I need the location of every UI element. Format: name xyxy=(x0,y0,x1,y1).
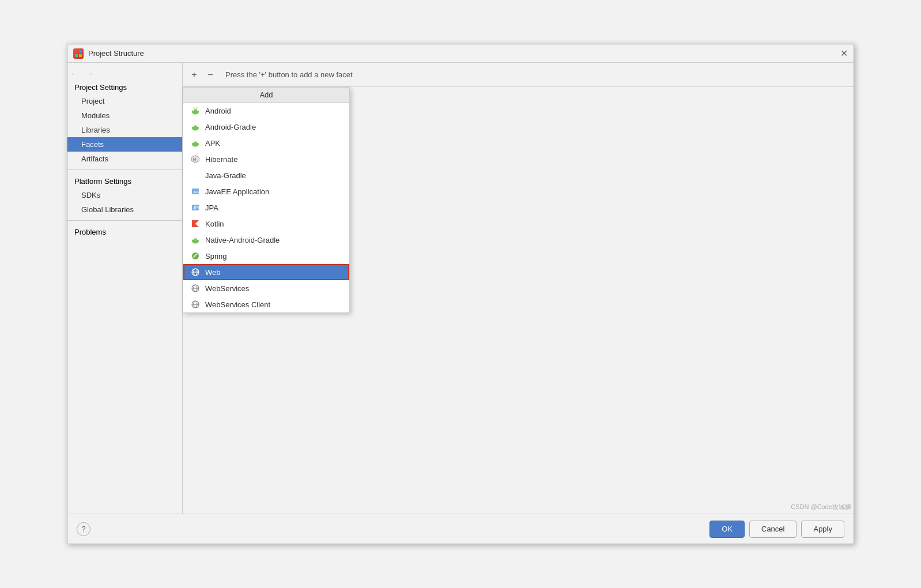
jpa-icon: JPA xyxy=(190,202,201,213)
svg-point-25 xyxy=(197,239,198,240)
sidebar-item-global-libraries[interactable]: Global Libraries xyxy=(67,202,182,217)
sidebar-item-libraries[interactable]: Libraries xyxy=(67,123,182,137)
project-settings-label: Project Settings xyxy=(67,80,182,94)
dropdown-item-jpa[interactable]: JPA JPA xyxy=(183,199,349,216)
svg-point-11 xyxy=(197,126,198,127)
spring-icon xyxy=(190,251,201,261)
dropdown-header: Add xyxy=(183,88,349,103)
apply-button[interactable]: Apply xyxy=(801,521,844,538)
platform-settings-label: Platform Settings xyxy=(67,174,182,188)
toolbar: + − Press the '+' button to add a new fa… xyxy=(183,63,854,87)
bottom-left: ? xyxy=(77,522,90,536)
bottom-bar: ? OK Cancel Apply xyxy=(67,514,854,544)
svg-point-14 xyxy=(197,142,198,143)
problems-label: Problems xyxy=(67,224,182,239)
sidebar: ← → Project Settings Project Modules Lib… xyxy=(67,63,183,514)
svg-point-6 xyxy=(197,110,198,111)
bottom-right: OK Cancel Apply xyxy=(709,521,844,538)
svg-point-13 xyxy=(193,142,194,143)
dropdown-item-native-android-gradle[interactable]: Native-Android-Gradle xyxy=(183,232,349,248)
svg-rect-1 xyxy=(79,50,82,53)
add-facet-button[interactable]: + xyxy=(187,68,201,82)
svg-marker-22 xyxy=(192,220,199,227)
svg-point-26 xyxy=(192,252,199,259)
dropdown-item-spring[interactable]: Spring xyxy=(183,248,349,264)
main-area: + − Press the '+' button to add a new fa… xyxy=(183,63,854,514)
svg-rect-2 xyxy=(75,54,78,57)
svg-rect-7 xyxy=(194,107,195,109)
kotlin-icon xyxy=(190,218,201,229)
dropdown-item-java-gradle[interactable]: Java-Gradle xyxy=(183,167,349,183)
svg-rect-8 xyxy=(196,107,197,109)
svg-text:JPA: JPA xyxy=(193,206,200,210)
app-icon xyxy=(73,48,84,59)
title-bar-left: Project Structure xyxy=(73,48,144,59)
dropdown-item-web[interactable]: Web xyxy=(183,264,349,280)
close-button[interactable]: ✕ xyxy=(840,50,848,58)
dropdown-item-webservices[interactable]: WebServices xyxy=(183,280,349,296)
svg-rect-0 xyxy=(75,50,78,53)
web-icon xyxy=(190,267,201,277)
webservices-client-icon xyxy=(190,299,201,310)
help-button[interactable]: ? xyxy=(77,522,90,536)
dropdown-item-javaee[interactable]: JEE JavaEE Application xyxy=(183,183,349,199)
watermark: CSDN @Code攻城狮 xyxy=(791,503,851,511)
project-structure-window: Project Structure ✕ ← → Project Settings… xyxy=(67,44,854,544)
back-arrow[interactable]: ← xyxy=(67,67,81,80)
native-android-icon xyxy=(190,235,201,245)
sidebar-item-facets[interactable]: Facets xyxy=(67,137,182,152)
sidebar-item-modules[interactable]: Modules xyxy=(67,108,182,123)
dropdown-item-android[interactable]: Android xyxy=(183,103,349,119)
window-title: Project Structure xyxy=(88,49,144,58)
java-gradle-icon xyxy=(190,170,201,180)
javaee-icon: JEE xyxy=(190,186,201,197)
dropdown-item-hibernate[interactable]: H Hibernate xyxy=(183,151,349,167)
remove-facet-button[interactable]: − xyxy=(203,68,217,82)
svg-text:JEE: JEE xyxy=(193,190,199,194)
dropdown-item-kotlin[interactable]: Kotlin xyxy=(183,216,349,232)
hibernate-icon: H xyxy=(190,154,201,164)
svg-rect-3 xyxy=(79,54,82,57)
webservices-icon xyxy=(190,283,201,293)
android-gradle-icon xyxy=(190,122,201,132)
content-area: ← → Project Settings Project Modules Lib… xyxy=(67,63,854,514)
dropdown-item-webservices-client[interactable]: WebServices Client xyxy=(183,296,349,312)
facets-content: Add Android Android-Gradle xyxy=(183,87,854,514)
android-icon xyxy=(190,105,201,116)
title-bar: Project Structure ✕ xyxy=(67,44,854,63)
cancel-button[interactable]: Cancel xyxy=(749,521,797,538)
add-facet-dropdown: Add Android Android-Gradle xyxy=(183,87,350,313)
toolbar-hint: Press the '+' button to add a new facet xyxy=(225,70,353,79)
ok-button[interactable]: OK xyxy=(709,521,745,538)
svg-point-10 xyxy=(193,126,194,127)
sidebar-item-sdks[interactable]: SDKs xyxy=(67,188,182,202)
sidebar-divider-2 xyxy=(67,220,182,221)
dropdown-item-apk[interactable]: APK xyxy=(183,135,349,151)
apk-icon xyxy=(190,138,201,148)
sidebar-item-project[interactable]: Project xyxy=(67,94,182,108)
forward-arrow[interactable]: → xyxy=(83,67,96,80)
sidebar-divider xyxy=(67,169,182,170)
svg-text:H: H xyxy=(193,157,196,161)
svg-point-24 xyxy=(193,239,194,240)
dropdown-item-android-gradle[interactable]: Android-Gradle xyxy=(183,119,349,135)
nav-arrows: ← → xyxy=(67,67,178,80)
svg-point-5 xyxy=(193,110,194,111)
sidebar-item-artifacts[interactable]: Artifacts xyxy=(67,152,182,166)
